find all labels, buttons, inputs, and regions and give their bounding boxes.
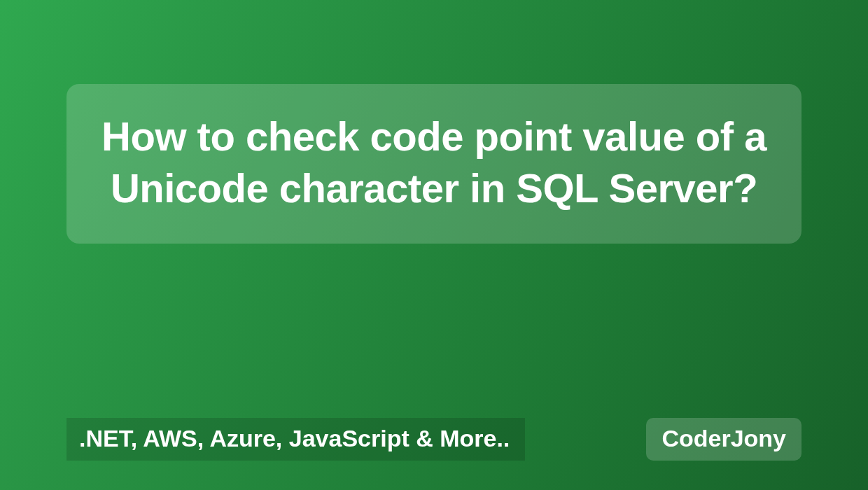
title-card: How to check code point value of a Unico…: [66, 84, 802, 244]
tagline-badge: .NET, AWS, Azure, JavaScript & More..: [66, 418, 525, 461]
page-title: How to check code point value of a Unico…: [88, 111, 780, 214]
brand-badge: CoderJony: [646, 418, 802, 461]
